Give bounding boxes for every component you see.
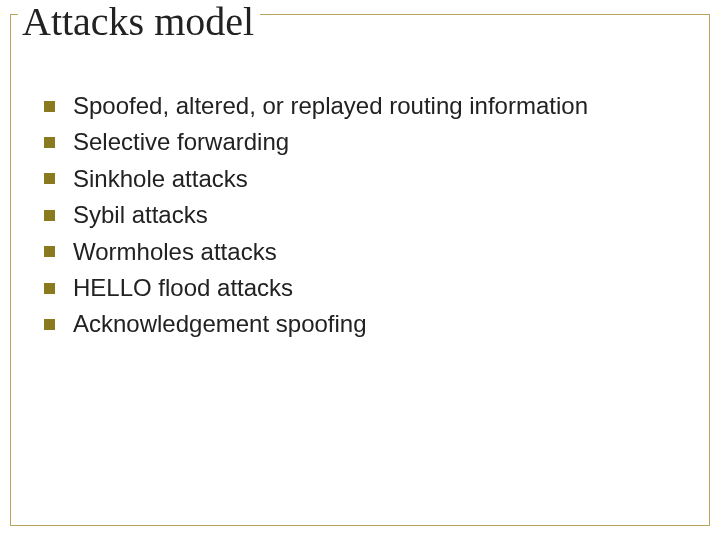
- bullet-icon: [44, 210, 55, 221]
- list-item: HELLO flood attacks: [44, 272, 680, 304]
- list-item-text: Sybil attacks: [73, 199, 208, 231]
- bullet-icon: [44, 173, 55, 184]
- list-item-text: Sinkhole attacks: [73, 163, 248, 195]
- bullet-icon: [44, 101, 55, 112]
- bullet-icon: [44, 137, 55, 148]
- slide-body: Spoofed, altered, or replayed routing in…: [44, 90, 680, 345]
- bullet-icon: [44, 319, 55, 330]
- list-item: Wormholes attacks: [44, 236, 680, 268]
- list-item: Selective forwarding: [44, 126, 680, 158]
- list-item: Sinkhole attacks: [44, 163, 680, 195]
- bullet-icon: [44, 246, 55, 257]
- list-item: Acknowledgement spoofing: [44, 308, 680, 340]
- list-item-text: Spoofed, altered, or replayed routing in…: [73, 90, 588, 122]
- slide: Attacks model Spoofed, altered, or repla…: [0, 0, 720, 540]
- list-item-text: Acknowledgement spoofing: [73, 308, 367, 340]
- list-item-text: Selective forwarding: [73, 126, 289, 158]
- list-item-text: Wormholes attacks: [73, 236, 277, 268]
- list-item-text: HELLO flood attacks: [73, 272, 293, 304]
- bullet-icon: [44, 283, 55, 294]
- title-wrap: Attacks model: [18, 0, 260, 44]
- list-item: Spoofed, altered, or replayed routing in…: [44, 90, 680, 122]
- list-item: Sybil attacks: [44, 199, 680, 231]
- slide-title: Attacks model: [22, 0, 254, 44]
